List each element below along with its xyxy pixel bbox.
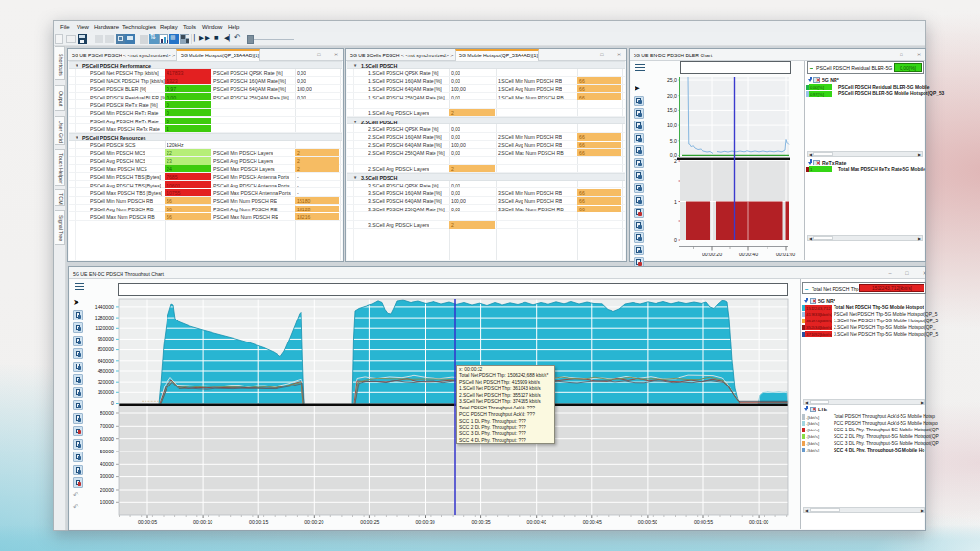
svg-text:2: 2 [674, 158, 677, 164]
svg-text:40000: 40000 [100, 461, 115, 467]
svg-text:10000: 10000 [100, 499, 115, 505]
svg-text:00:00:25: 00:00:25 [360, 518, 379, 524]
svg-text:00:00:40: 00:00:40 [527, 518, 546, 524]
svg-text:960000: 960000 [98, 336, 114, 342]
svg-text:15,0: 15,0 [667, 107, 677, 113]
svg-text:80000: 80000 [100, 409, 115, 415]
svg-text:640000: 640000 [98, 357, 114, 363]
svg-text:10,0: 10,0 [667, 121, 677, 127]
svg-text:1120000: 1120000 [95, 325, 114, 331]
svg-text:5,0: 5,0 [670, 137, 677, 143]
svg-text:1: 1 [674, 198, 677, 204]
svg-text:0: 0 [674, 237, 677, 243]
svg-text:00:00:05: 00:00:05 [138, 518, 157, 524]
svg-text:00:00:55: 00:00:55 [694, 518, 713, 524]
svg-text:00:00:40: 00:00:40 [739, 251, 758, 256]
svg-text:20,0: 20,0 [667, 92, 677, 98]
svg-text:00:00:30: 00:00:30 [415, 518, 434, 524]
svg-text:00:01:00: 00:01:00 [749, 518, 768, 524]
svg-text:70000: 70000 [100, 423, 115, 429]
svg-text:00:00:20: 00:00:20 [304, 518, 323, 524]
svg-text:30000: 30000 [100, 474, 115, 479]
svg-text:00:01:00: 00:01:00 [776, 251, 795, 256]
svg-text:00:00:35: 00:00:35 [471, 518, 490, 524]
svg-text:00:00:10: 00:00:10 [193, 518, 212, 524]
svg-text:00:00:45: 00:00:45 [583, 518, 602, 524]
svg-text:1440000: 1440000 [95, 303, 114, 309]
svg-text:1280000: 1280000 [95, 314, 114, 320]
svg-text:0: 0 [111, 400, 114, 406]
svg-text:320000: 320000 [98, 379, 114, 385]
svg-text:20000: 20000 [100, 486, 115, 492]
svg-text:160000: 160000 [98, 389, 114, 395]
svg-text:00:00:50: 00:00:50 [638, 518, 657, 524]
svg-text:25,0: 25,0 [667, 77, 677, 82]
svg-text:60000: 60000 [100, 435, 115, 441]
svg-text:50000: 50000 [100, 448, 115, 453]
svg-text:00:00:15: 00:00:15 [249, 518, 268, 524]
svg-text:800000: 800000 [98, 346, 114, 352]
svg-text:480000: 480000 [98, 367, 114, 373]
svg-text:00:00:20: 00:00:20 [702, 251, 722, 256]
